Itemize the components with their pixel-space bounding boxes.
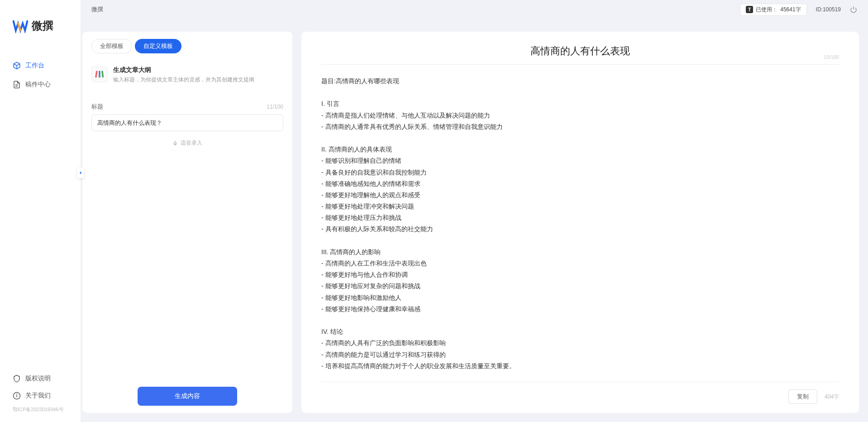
logo: 微撰 [0,0,81,47]
nav-copyright[interactable]: 版权说明 [0,370,81,387]
panel-output: 高情商的人有什么表现 10/100 题目:高情商的人有哪些表现 I. 引言 - … [301,32,859,413]
usage-label: 已使用： [756,6,777,14]
tab-custom-templates[interactable]: 自定义模板 [135,39,181,53]
main: 微撰 T 已使用： 45641字 ID:100519 全部模板 自定义模板 [81,0,868,422]
nav-about[interactable]: 关于我们 [0,387,81,404]
output-title: 高情商的人有什么表现 [530,44,630,58]
info-icon [13,392,21,400]
nav-workspace[interactable]: 工作台 [0,56,81,75]
template-tabs: 全部模板 自定义模板 [91,39,283,53]
usage-badge-icon: T [746,6,753,13]
usage-badge[interactable]: T 已使用： 45641字 [740,4,806,16]
topbar: 微撰 T 已使用： 45641字 ID:100519 [81,0,868,19]
generate-button[interactable]: 生成内容 [138,387,237,406]
template-desc: 输入标题，为你提供文章主体的灵感，并为其创建推文提纲 [113,76,254,84]
topbar-right: T 已使用： 45641字 ID:100519 [740,4,857,16]
panel-left-footer: 生成内容 [91,378,283,406]
logo-text: 微撰 [32,19,53,33]
nav-copyright-label: 版权说明 [25,375,51,383]
nav-drafts-label: 稿件中心 [25,81,51,89]
output-char-count: 404字 [825,393,839,401]
books-icon [95,69,105,79]
template-info: 生成文章大纲 输入标题，为你提供文章主体的灵感，并为其创建推文提纲 [113,66,254,84]
user-id: ID:100519 [816,6,841,13]
nav-drafts[interactable]: 稿件中心 [0,75,81,94]
mic-icon [172,141,178,146]
icp-text: 鄂ICP备2022016946号 [0,404,81,417]
shield-icon [13,375,21,383]
voice-input-button[interactable]: 语音录入 [172,139,202,147]
document-icon [13,81,21,89]
nav-main: 工作台 稿件中心 [0,47,81,370]
copy-button[interactable]: 复制 [788,389,817,404]
chevron-left-icon [78,171,83,175]
title-input[interactable] [91,114,283,131]
logo-icon [13,18,28,33]
title-field-label: 标题 [91,103,103,111]
voice-input-label: 语音录入 [181,139,202,147]
tab-all-templates[interactable]: 全部模板 [91,39,132,53]
content: 全部模板 自定义模板 生成文章大纲 输入标题，为你提供文章主体的灵感，并为其创建… [81,19,868,422]
template-title: 生成文章大纲 [113,66,254,74]
svg-rect-6 [101,71,104,78]
output-footer: 复制 404字 [321,382,839,404]
sidebar: 微撰 工作台 稿件中心 版权说明 关于我们 鄂ICP备2022016946号 [0,0,81,422]
cube-icon [13,62,21,70]
template-card: 生成文章大纲 输入标题，为你提供文章主体的灵感，并为其创建推文提纲 [91,63,283,93]
output-title-count: 10/100 [824,54,839,60]
topbar-title: 微撰 [91,5,103,14]
output-body[interactable]: 题目:高情商的人有哪些表现 I. 引言 - 高情商是指人们处理情绪、与他人互动以… [321,69,839,382]
nav-about-label: 关于我们 [25,392,51,400]
power-icon[interactable] [850,6,857,13]
svg-rect-5 [99,71,100,78]
nav-footer: 版权说明 关于我们 鄂ICP备2022016946号 [0,370,81,422]
svg-point-2 [17,394,17,394]
template-icon-box [91,66,108,82]
title-field-row: 标题 11/100 [91,103,283,111]
panel-template: 全部模板 自定义模板 生成文章大纲 输入标题，为你提供文章主体的灵感，并为其创建… [82,32,292,413]
output-header: 高情商的人有什么表现 10/100 [321,44,839,65]
nav-workspace-label: 工作台 [25,62,44,70]
usage-value: 45641字 [780,6,801,14]
svg-rect-4 [95,71,98,78]
svg-rect-7 [175,141,176,144]
title-field-count: 11/100 [267,104,283,110]
sidebar-collapse-button[interactable] [77,167,84,178]
